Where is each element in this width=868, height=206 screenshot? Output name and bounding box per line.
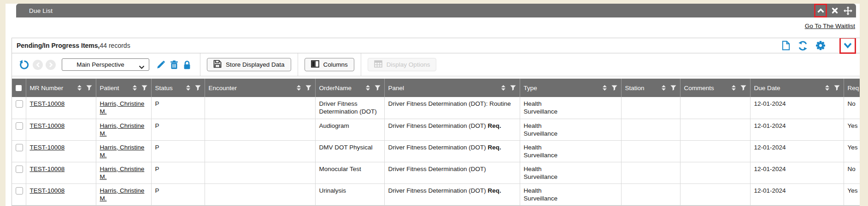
table-row: TEST-10008Harris, Christine M.PDriver Fi…: [12, 97, 860, 119]
cell-mr: TEST-10008: [26, 140, 96, 162]
toolbar: Main Perspective: [12, 53, 860, 76]
filter-icon[interactable]: [834, 85, 840, 91]
table-row: TEST-10008Harris, Christine M.PDMV DOT P…: [12, 140, 860, 162]
sort-icon[interactable]: [77, 85, 82, 91]
filter-icon[interactable]: [141, 85, 147, 91]
mr-link[interactable]: TEST-10008: [30, 144, 65, 151]
column-header-comments[interactable]: Comments: [680, 79, 750, 97]
titlebar: Due List: [16, 4, 856, 17]
undo-reset-icon[interactable]: [19, 60, 29, 70]
go-to-waitlist-link[interactable]: Go To The Waitlist: [805, 23, 855, 29]
select-all-header[interactable]: [12, 79, 26, 97]
previous-perspective-button[interactable]: [33, 60, 43, 70]
mr-link[interactable]: TEST-10008: [30, 100, 65, 107]
patient-link[interactable]: Harris, Christine M.: [100, 166, 145, 180]
close-icon[interactable]: [830, 6, 840, 16]
filter-icon[interactable]: [305, 85, 311, 91]
mr-link[interactable]: TEST-10008: [30, 187, 65, 194]
collapse-chevron-up-icon[interactable]: [815, 6, 826, 16]
column-label: Patient: [100, 85, 119, 92]
filter-icon[interactable]: [510, 85, 516, 91]
column-header-panel[interactable]: Panel: [384, 79, 520, 97]
sort-icon[interactable]: [186, 85, 191, 91]
columns-button[interactable]: Columns: [305, 58, 354, 71]
panel-required-flag: Req.: [488, 144, 501, 151]
cell-patient: Harris, Christine M.: [96, 162, 151, 183]
cell-due: 12-01-2024: [750, 183, 844, 205]
column-header-due[interactable]: Due Date: [750, 79, 844, 97]
cell-due: 12-01-2024: [750, 162, 844, 183]
mr-link[interactable]: TEST-10008: [30, 122, 65, 129]
cell-station: [621, 162, 680, 183]
column-header-order[interactable]: OrderName: [315, 79, 384, 97]
cell-order: Urinalysis: [315, 183, 384, 205]
filter-icon[interactable]: [86, 85, 92, 91]
column-header-type[interactable]: Type: [520, 79, 621, 97]
cell-mr: TEST-10008: [26, 97, 96, 119]
cell-type: Health Surveillance: [520, 162, 621, 183]
sort-icon[interactable]: [365, 85, 370, 91]
column-sort-filter: [599, 85, 617, 91]
lock-icon[interactable]: [183, 60, 191, 69]
filter-icon[interactable]: [740, 85, 746, 91]
cell-req: Yes: [844, 183, 860, 205]
row-checkbox[interactable]: [16, 144, 23, 151]
record-count: 44 records: [100, 42, 130, 49]
column-header-encounter[interactable]: Encounter: [205, 79, 315, 97]
column-header-status[interactable]: Status: [151, 79, 205, 97]
delete-trash-icon[interactable]: [170, 60, 178, 69]
column-label: Encounter: [209, 85, 237, 92]
display-options-grid-icon: [374, 60, 382, 69]
sort-icon[interactable]: [825, 85, 830, 91]
cell-due: 12-01-2024: [750, 140, 844, 162]
cell-order: Driver Fitness Determination (DOT): [315, 97, 384, 119]
edit-pencil-icon[interactable]: [156, 60, 165, 69]
move-icon[interactable]: [843, 6, 853, 16]
cell-encounter: [205, 140, 315, 162]
row-checkbox[interactable]: [16, 187, 23, 195]
expand-chevron-down-icon[interactable]: [843, 42, 852, 49]
column-label: Comments: [684, 85, 714, 92]
filter-icon[interactable]: [670, 85, 676, 91]
patient-link[interactable]: Harris, Christine M.: [100, 187, 145, 202]
sort-icon[interactable]: [296, 85, 301, 91]
sort-icon[interactable]: [602, 85, 607, 91]
cell-patient: Harris, Christine M.: [96, 140, 151, 162]
sort-icon[interactable]: [731, 85, 736, 91]
sort-icon[interactable]: [501, 85, 506, 91]
cell-mr: TEST-10008: [26, 162, 96, 183]
filter-icon[interactable]: [375, 85, 381, 91]
row-select-cell: [12, 162, 26, 183]
column-sort-filter: [74, 85, 92, 91]
table-row: TEST-10008Harris, Christine M.PMonocular…: [12, 162, 860, 183]
cell-type: Health Surveillance: [520, 97, 621, 119]
patient-link[interactable]: Harris, Christine M.: [100, 122, 145, 137]
settings-gear-icon[interactable]: [815, 40, 826, 51]
row-checkbox[interactable]: [16, 100, 23, 108]
mr-link[interactable]: TEST-10008: [30, 166, 65, 172]
new-document-icon[interactable]: [781, 40, 790, 51]
row-checkbox[interactable]: [16, 166, 23, 173]
select-all-checkbox[interactable]: [16, 85, 22, 91]
column-label: OrderName: [319, 85, 352, 92]
patient-link[interactable]: Harris, Christine M.: [100, 144, 145, 159]
column-header-patient[interactable]: Patient: [96, 79, 151, 97]
cell-panel: Driver Fitness Determination (DOT) Req.: [384, 119, 520, 140]
next-perspective-button[interactable]: [46, 60, 56, 70]
table-row: TEST-10008Harris, Christine M.PAudiogram…: [12, 119, 860, 140]
perspective-select[interactable]: Main Perspective: [62, 58, 149, 71]
column-header-station[interactable]: Station: [621, 79, 680, 97]
cell-req: Yes: [844, 119, 860, 140]
sort-icon[interactable]: [132, 85, 137, 91]
cell-comments: [680, 119, 750, 140]
refresh-icon[interactable]: [798, 41, 808, 51]
sort-icon[interactable]: [661, 85, 666, 91]
row-checkbox[interactable]: [16, 122, 23, 130]
store-displayed-data-button[interactable]: Store Displayed Data: [207, 58, 291, 71]
row-select-cell: [12, 119, 26, 140]
filter-icon[interactable]: [611, 85, 617, 91]
patient-link[interactable]: Harris, Christine M.: [100, 100, 145, 115]
filter-icon[interactable]: [195, 85, 201, 91]
column-header-mr[interactable]: MR Number: [26, 79, 96, 97]
column-header-req[interactable]: Req: [844, 79, 860, 97]
